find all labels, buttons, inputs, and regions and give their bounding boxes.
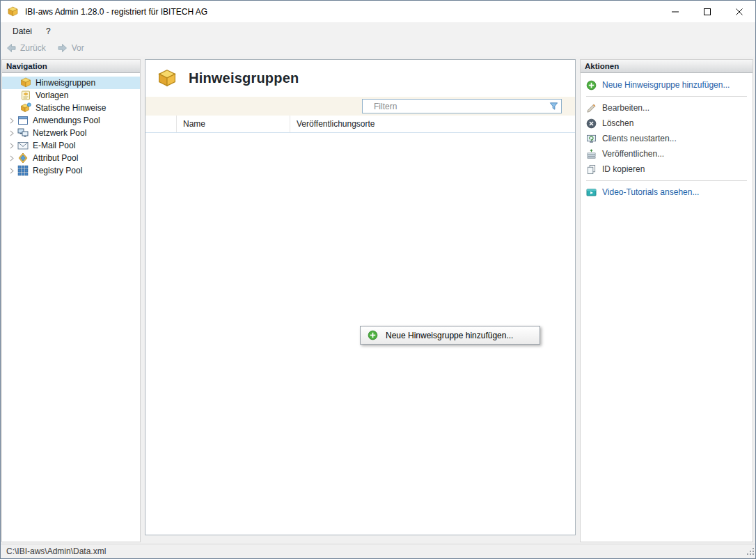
new-hinweisgruppe-popup-button[interactable]: Neue Hinweisgruppe hinzufügen...: [360, 326, 540, 345]
expand-chevron-icon[interactable]: [7, 154, 16, 163]
minimize-icon: [672, 8, 679, 15]
navigation-list: Hinweisgruppen Vorlagen: [2, 73, 140, 177]
column-header-veroeffentlichungsorte[interactable]: Veröffentlichungsorte: [290, 116, 575, 132]
nav-item-label: Attribut Pool: [33, 153, 78, 163]
expand-chevron-icon[interactable]: [7, 116, 16, 125]
action-label: Bearbeiten...: [602, 103, 649, 113]
vorlagen-icon: [20, 90, 31, 101]
registry-pool-icon: [17, 165, 29, 176]
action-video-tutorials[interactable]: Video-Tutorials ansehen...: [586, 184, 747, 200]
nav-item-label: Vorlagen: [36, 90, 68, 100]
copy-icon: [586, 164, 597, 175]
forward-label: Vor: [72, 43, 84, 53]
resize-grip-icon[interactable]: [746, 546, 755, 558]
action-label: Video-Tutorials ansehen...: [602, 187, 699, 197]
maximize-button[interactable]: [691, 1, 723, 22]
statische-hinweise-icon: [20, 102, 31, 113]
navigation-panel: Navigation Hinweisgruppen: [1, 59, 141, 542]
main-panel: Hinweisgruppen Name Veröffentlichungsort…: [145, 59, 576, 535]
action-id-kopieren[interactable]: ID kopieren: [586, 162, 747, 177]
app-window: IBI-aws Admin 1.28.0 - registriert für I…: [0, 0, 756, 559]
actions-panel: Aktionen Neue Hinweisgruppe hinzufügen..…: [580, 59, 753, 542]
email-pool-icon: [17, 140, 29, 151]
maximize-icon: [704, 8, 711, 15]
popup-button-label: Neue Hinweisgruppe hinzufügen...: [386, 331, 513, 340]
statusbar-data-path: C:\IBI-aws\Admin\Data.xml: [6, 546, 106, 556]
menu-help[interactable]: ?: [39, 24, 58, 39]
nav-item-vorlagen[interactable]: Vorlagen: [2, 89, 140, 102]
table-header: Name Veröffentlichungsorte: [145, 116, 575, 133]
action-new-hinweisgruppe[interactable]: Neue Hinweisgruppe hinzufügen...: [586, 77, 747, 93]
separator: [586, 180, 747, 181]
add-icon: [586, 80, 597, 90]
nav-item-email-pool[interactable]: E-Mail Pool: [2, 139, 140, 152]
action-bearbeiten[interactable]: Bearbeiten...: [586, 100, 747, 116]
separator: [586, 96, 747, 97]
action-label: ID kopieren: [602, 164, 645, 174]
actions-list: Neue Hinweisgruppe hinzufügen... Bearbei…: [581, 73, 753, 200]
attribut-pool-icon: [17, 152, 29, 164]
anwendungs-pool-icon: [17, 115, 29, 126]
toolbar: Zurück Vor: [1, 40, 755, 56]
navigation-header: Navigation: [2, 60, 140, 73]
actions-header: Aktionen: [581, 60, 753, 73]
nav-item-attribut-pool[interactable]: Attribut Pool: [2, 152, 140, 164]
main-header: Hinweisgruppen: [145, 60, 575, 97]
action-clients-neustarten[interactable]: Clients neustarten...: [586, 131, 747, 146]
nav-item-label: Hinweisgruppen: [36, 78, 95, 88]
hinweisgruppen-header-icon: [156, 69, 178, 88]
forward-arrow-icon: [57, 42, 68, 54]
action-label: Löschen: [602, 118, 633, 128]
back-label: Zurück: [20, 43, 46, 53]
forward-button[interactable]: Vor: [57, 42, 84, 54]
nav-item-label: Statische Hinweise: [36, 103, 106, 113]
menu-datei[interactable]: Datei: [6, 24, 39, 39]
nav-item-label: Netzwerk Pool: [33, 128, 86, 138]
action-label: Clients neustarten...: [602, 134, 677, 143]
action-label: Veröffentlichen...: [602, 149, 664, 159]
menubar: Datei ?: [1, 22, 755, 40]
restart-icon: [586, 134, 597, 144]
page-title: Hinweisgruppen: [189, 70, 299, 86]
action-veroeffentlichen[interactable]: Veröffentlichen...: [586, 146, 747, 162]
statusbar: C:\IBI-aws\Admin\Data.xml: [1, 544, 755, 558]
delete-icon: [586, 118, 597, 129]
column-header-name[interactable]: Name: [177, 116, 290, 132]
nav-item-hinweisgruppen[interactable]: Hinweisgruppen: [2, 77, 140, 89]
video-icon: [586, 187, 597, 198]
nav-item-statische-hinweise[interactable]: Statische Hinweise: [2, 102, 140, 114]
back-arrow-icon: [6, 42, 17, 54]
nav-item-label: Registry Pool: [33, 166, 82, 175]
filter-input[interactable]: [362, 99, 562, 113]
nav-item-registry-pool[interactable]: Registry Pool: [2, 164, 140, 177]
window-controls: [659, 1, 755, 22]
action-label: Neue Hinweisgruppe hinzufügen...: [602, 80, 730, 90]
column-header-spacer: [145, 116, 177, 132]
nav-item-anwendungs-pool[interactable]: Anwendungs Pool: [2, 114, 140, 127]
close-icon: [736, 8, 743, 15]
expand-chevron-icon[interactable]: [7, 166, 16, 175]
netzwerk-pool-icon: [17, 127, 29, 139]
filter-icon[interactable]: [549, 101, 559, 111]
window-title: IBI-aws Admin 1.28.0 - registriert für I…: [25, 7, 207, 17]
add-icon: [368, 330, 378, 340]
nav-item-label: Anwendungs Pool: [33, 116, 100, 125]
workspace: Navigation Hinweisgruppen: [1, 56, 755, 544]
publish-icon: [586, 149, 597, 159]
close-button[interactable]: [723, 1, 755, 22]
titlebar: IBI-aws Admin 1.28.0 - registriert für I…: [1, 1, 755, 22]
minimize-button[interactable]: [659, 1, 691, 22]
filter-box: [362, 99, 562, 113]
nav-item-netzwerk-pool[interactable]: Netzwerk Pool: [2, 127, 140, 139]
nav-item-label: E-Mail Pool: [33, 141, 75, 150]
back-button[interactable]: Zurück: [6, 42, 46, 54]
filter-bar: [145, 97, 575, 116]
expand-chevron-icon[interactable]: [7, 129, 16, 138]
action-loeschen[interactable]: Löschen: [586, 116, 747, 131]
hinweisgruppen-icon: [20, 77, 31, 88]
expand-chevron-icon[interactable]: [7, 141, 16, 150]
edit-icon: [586, 103, 597, 113]
app-icon: [7, 6, 19, 17]
